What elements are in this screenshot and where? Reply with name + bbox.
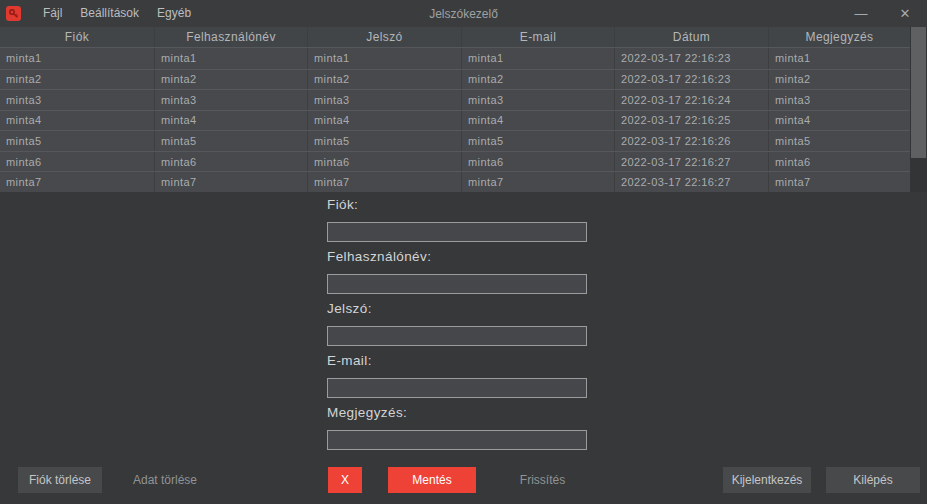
table-cell: minta7 [155,172,308,192]
table-row[interactable]: minta4minta4minta4minta42022-03-17 22:16… [0,110,910,131]
form-group-felhasznalonev: Felhasználónév: [327,249,587,294]
form-input-email[interactable] [327,378,587,398]
table-cell: 2022-03-17 22:16:27 [615,172,769,192]
column-header-megjegyzes[interactable]: Megjegyzés [769,27,910,47]
refresh-button[interactable]: Frissítés [505,467,580,493]
form-label-jelszo: Jelszó: [327,301,587,317]
form-input-megjegyzes[interactable] [327,430,587,450]
column-header-datum[interactable]: Dátum [615,27,769,47]
key-icon [6,6,21,21]
close-button[interactable]: ✕ [883,0,927,27]
table-cell: minta4 [308,111,462,131]
table-cell: minta7 [462,172,615,192]
menu-egyeb[interactable]: Egyéb [148,0,200,27]
table-cell: 2022-03-17 22:16:24 [615,90,769,110]
table-row[interactable]: minta1minta1minta1minta12022-03-17 22:16… [0,48,910,69]
table-cell: minta1 [308,48,462,69]
table-cell: minta4 [155,111,308,131]
title-bar: Fájl Beállítások Egyéb Jelszókezelő — ✕ [0,0,927,27]
table-cell: minta3 [462,90,615,110]
table-cell: minta7 [308,172,462,192]
table-scrollbar[interactable] [910,27,927,192]
column-header-felhasznalonev[interactable]: Felhasználónév [155,27,308,47]
window-controls: — ✕ [839,0,927,27]
table-cell: minta6 [0,152,155,172]
table-cell: minta5 [0,131,155,151]
logout-button[interactable]: Kijelentkezés [723,467,811,493]
menu-beallitasok[interactable]: Beállítások [71,0,148,27]
column-header-email[interactable]: E-mail [462,27,615,47]
table-row[interactable]: minta6minta6minta6minta62022-03-17 22:16… [0,151,910,172]
form-group-megjegyzes: Megjegyzés: [327,405,587,450]
form-label-fiok: Fiók: [327,197,587,213]
table-row[interactable]: minta2minta2minta2minta22022-03-17 22:16… [0,69,910,90]
form-group-email: E-mail: [327,353,587,398]
table-header: Fiók Felhasználónév Jelszó E-mail Dátum … [0,27,910,48]
table-cell: minta7 [769,172,910,192]
table-cell: 2022-03-17 22:16:27 [615,152,769,172]
column-header-fiok[interactable]: Fiók [0,27,155,47]
save-button[interactable]: Mentés [388,467,476,493]
table-cell: minta2 [462,70,615,90]
table-cell: minta3 [769,90,910,110]
exit-button[interactable]: Kilépés [826,467,920,493]
form-input-jelszo[interactable] [327,326,587,346]
form-label-email: E-mail: [327,353,587,369]
form-group-jelszo: Jelszó: [327,301,587,346]
form-group-fiok: Fiók: [327,197,587,242]
table-cell: 2022-03-17 22:16:26 [615,131,769,151]
minimize-button[interactable]: — [839,0,883,27]
table-cell: minta1 [155,48,308,69]
table-cell: minta3 [155,90,308,110]
table-cell: minta6 [769,152,910,172]
table-row[interactable]: minta5minta5minta5minta52022-03-17 22:16… [0,130,910,151]
table-cell: 2022-03-17 22:16:25 [615,111,769,131]
table-cell: minta1 [462,48,615,69]
delete-account-button[interactable]: Fiók törlése [18,467,102,493]
table-cell: 2022-03-17 22:16:23 [615,70,769,90]
clear-button[interactable]: X [328,467,362,493]
table-cell: minta6 [308,152,462,172]
table-cell: minta1 [0,48,155,69]
table-cell: minta2 [769,70,910,90]
form: Fiók:Felhasználónév:Jelszó:E-mail:Megjeg… [327,197,587,457]
table-cell: minta3 [308,90,462,110]
app-window: Fájl Beállítások Egyéb Jelszókezelő — ✕ … [0,0,927,504]
form-label-megjegyzes: Megjegyzés: [327,405,587,421]
table-cell: minta6 [462,152,615,172]
menu-fajl[interactable]: Fájl [34,0,71,27]
table-body: minta1minta1minta1minta12022-03-17 22:16… [0,48,910,192]
delete-data-button[interactable]: Adat törlése [120,467,210,493]
table-cell: minta5 [462,131,615,151]
table-cell: minta7 [0,172,155,192]
scrollbar-thumb[interactable] [911,27,926,158]
table-cell: minta6 [155,152,308,172]
table-row[interactable]: minta7minta7minta7minta72022-03-17 22:16… [0,171,910,192]
table-cell: minta5 [769,131,910,151]
table-cell: minta4 [462,111,615,131]
table-cell: 2022-03-17 22:16:23 [615,48,769,69]
table-cell: minta5 [155,131,308,151]
table-cell: minta3 [0,90,155,110]
table-cell: minta2 [308,70,462,90]
table-cell: minta5 [308,131,462,151]
table-cell: minta2 [155,70,308,90]
table-cell: minta1 [769,48,910,69]
table-cell: minta4 [0,111,155,131]
table-row[interactable]: minta3minta3minta3minta32022-03-17 22:16… [0,89,910,110]
table-cell: minta2 [0,70,155,90]
column-header-jelszo[interactable]: Jelszó [308,27,462,47]
form-label-felhasznalonev: Felhasználónév: [327,249,587,265]
form-input-fiok[interactable] [327,222,587,242]
table-cell: minta4 [769,111,910,131]
form-input-felhasznalonev[interactable] [327,274,587,294]
